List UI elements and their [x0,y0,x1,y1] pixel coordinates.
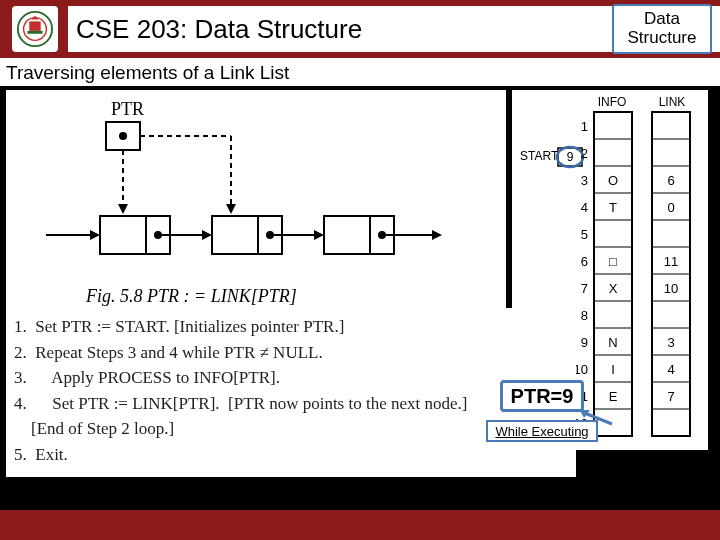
svg-text:6: 6 [581,254,588,269]
svg-point-5 [119,132,127,140]
svg-text:1: 1 [581,119,588,134]
svg-text:LINK: LINK [659,95,686,109]
svg-rect-3 [27,31,42,34]
algorithm-line: 2. Repeat Steps 3 and 4 while PTR ≠ NULL… [14,340,568,366]
svg-text:N: N [608,335,617,350]
header: CSE 203: Data Structure Data Structure [0,0,720,58]
svg-marker-27 [432,230,442,240]
svg-rect-2 [29,21,40,31]
svg-text:T: T [609,200,617,215]
linked-list-figure: PTR [6,90,506,320]
algorithm-line: 3. Apply PROCESS to INFO[PTR]. [14,365,568,391]
svg-text:INFO: INFO [598,95,627,109]
svg-text:11: 11 [664,254,678,269]
svg-marker-17 [202,230,212,240]
algorithm-line: 1. Set PTR := START. [Initializes pointe… [14,314,568,340]
slide-subtitle: Traversing elements of a Link List [0,58,720,86]
svg-text:9: 9 [567,150,574,164]
svg-text:0: 0 [667,200,674,215]
algorithm-block: 1. Set PTR := START. [Initializes pointe… [6,308,576,477]
svg-text:START: START [520,149,559,163]
exec-callout: While Executing [486,420,598,442]
svg-text:O: O [608,173,618,188]
svg-text:X: X [609,281,618,296]
university-logo [12,6,58,52]
svg-text:□: □ [609,254,617,269]
ptr-label: PTR [111,99,144,119]
svg-text:2: 2 [581,146,588,161]
algorithm-line: 4. Set PTR := LINK[PTR]. [PTR now points… [14,391,568,417]
svg-text:E: E [609,389,618,404]
svg-marker-7 [118,204,128,214]
svg-text:4: 4 [667,362,674,377]
algorithm-line: 5. Exit. [14,442,568,468]
svg-text:6: 6 [667,173,674,188]
svg-text:3: 3 [581,173,588,188]
svg-text:9: 9 [581,335,588,350]
svg-point-20 [266,231,274,239]
svg-text:7: 7 [667,389,674,404]
svg-text:7: 7 [581,281,588,296]
svg-point-25 [378,231,386,239]
svg-text:3: 3 [667,335,674,350]
svg-text:10: 10 [664,281,678,296]
figure-caption: Fig. 5.8 PTR : = LINK[PTR] [85,286,297,306]
svg-marker-12 [90,230,100,240]
svg-text:5: 5 [581,227,588,242]
algorithm-line: [End of Step 2 loop.] [14,416,568,442]
footer-bar [0,510,720,540]
svg-text:8: 8 [581,308,588,323]
svg-marker-10 [226,204,236,214]
svg-marker-22 [314,230,324,240]
svg-point-15 [154,231,162,239]
svg-text:I: I [611,362,615,377]
svg-text:4: 4 [581,200,588,215]
ptr-value-callout: PTR=9 [500,380,584,412]
topic-badge: Data Structure [612,4,712,54]
